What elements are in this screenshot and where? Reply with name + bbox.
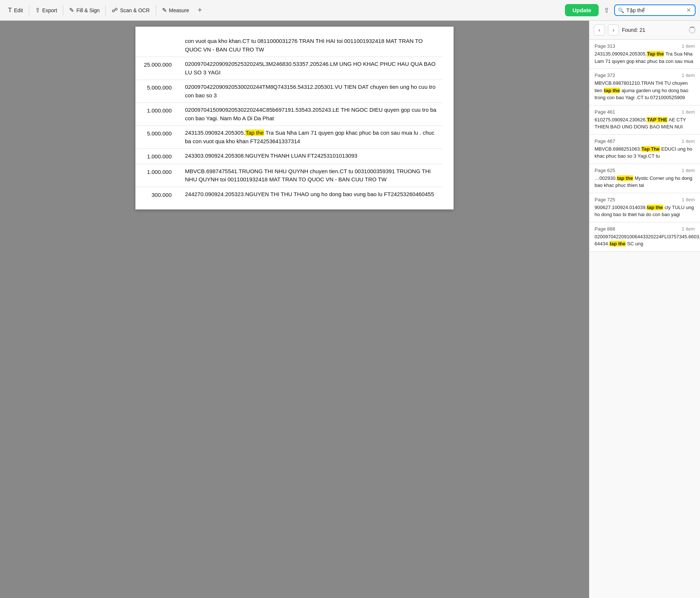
result-header: Page 625 1 item [595,168,695,173]
desc-cell: 0200970422090920525320245L3M246830.53357… [176,57,442,80]
edit-icon: T [8,7,12,14]
prev-result-button[interactable]: ‹ [594,24,605,36]
result-header: Page 725 1 item [595,197,695,202]
result-text: 0200970422091006443320224FLI3757345.6603… [595,233,695,248]
result-count: 1 item [682,226,695,232]
measure-label: Measure [169,7,189,13]
pdf-table: con vuot qua kho khan.CT tu 081100003127… [135,34,442,202]
result-highlight: Tap the [647,51,664,57]
desc-cell: 243135.090924.205305.Tap the Tra Sua Nha… [176,126,442,149]
result-page: Page 625 [595,168,615,173]
search-highlight: Tap the [245,130,264,136]
result-item[interactable]: Page 888 1 item 020097042209100644332022… [589,222,700,252]
result-text-before: 243135.090924.205305. [595,51,647,57]
result-highlight: tap the [617,175,633,181]
search-icon: 🔍 [618,7,624,13]
desc-cell: 243303.090924.205308.NGUYEN THANH LUAN F… [176,149,442,164]
result-highlight: TAP THE [647,117,667,122]
table-row: 5.000.000 0200970422090920530020244TM8Q7… [135,80,442,103]
share-button[interactable]: ⇧ [600,4,613,17]
next-result-button[interactable]: › [608,24,619,36]
result-page: Page 888 [595,226,615,232]
result-page: Page 372 [595,73,615,78]
result-item[interactable]: Page 461 1 item 610275.090924.230626.TAP… [589,105,700,135]
result-count: 1 item [682,138,695,144]
result-text: 900627.100924.014039.tap the cty TULU un… [595,204,695,218]
search-clear-button[interactable]: ✕ [686,7,692,14]
result-header: Page 888 1 item [595,226,695,232]
result-header: Page 461 1 item [595,109,695,115]
desc-cell: 244270.090924.205323.NGUYEN THI THU THAO… [176,187,442,202]
result-item[interactable]: Page 625 1 item …002930.tap the Mystic C… [589,164,700,193]
panel-nav: ‹ › Found: 21 [589,21,700,40]
measure-icon: ✎ [162,7,167,14]
scan-ocr-label: Scan & OCR [120,7,149,13]
result-page: Page 467 [595,138,615,144]
edit-label: Edit [14,7,23,13]
desc-cell: MBVCB.6987475541.TRUONG THI NHU QUYNH ch… [176,164,442,187]
update-button[interactable]: Update [565,4,599,16]
result-text-before: …002930. [595,175,617,181]
pdf-area[interactable]: con vuot qua kho khan.CT tu 081100003127… [0,21,589,598]
amount-cell: 25.000.000 [135,57,176,80]
result-count: 1 item [682,43,695,49]
toolbar-divider-1 [29,5,29,16]
search-input[interactable] [626,7,683,13]
export-label: Export [42,7,57,13]
export-button[interactable]: ⇧ Export [31,4,61,16]
search-box: 🔍 ✕ [614,4,696,16]
toolbar-divider-4 [156,5,156,16]
result-text: MBVCB.6988251063.Tap The EDUCI ung ho kh… [595,145,695,160]
amount-cell: 1.000.000 [135,103,176,126]
amount-cell: 300.000 [135,187,176,202]
table-row: 300.000 244270.090924.205323.NGUYEN THI … [135,187,442,202]
result-page: Page 313 [595,43,615,49]
result-item[interactable]: Page 725 1 item 900627.100924.014039.tap… [589,193,700,222]
result-text-before: MBVCB.6988251063. [595,146,641,152]
table-row: 5.000.000 243135.090924.205305.Tap the T… [135,126,442,149]
scan-ocr-button[interactable]: ☍ Scan & OCR [108,4,153,16]
result-item[interactable]: Page 467 1 item MBVCB.6988251063.Tap The… [589,135,700,164]
scan-ocr-icon: ☍ [112,7,118,14]
result-item[interactable]: Page 313 1 item 243135.090924.205305.Tap… [589,40,700,69]
loading-spinner [689,27,696,33]
amount-cell: 5.000.000 [135,80,176,103]
measure-button[interactable]: ✎ Measure [158,4,193,16]
amount-cell [135,34,176,57]
main-layout: con vuot qua kho khan.CT tu 081100003127… [0,21,700,598]
result-text: 610275.090924.230626.TAP THE AE CTY THIE… [595,116,695,131]
fill-sign-button[interactable]: ✎ Fill & Sign [65,4,103,16]
result-text-after: SC ung [626,241,643,246]
desc-cell: 0200970422090920530020244TM8Q743156.5431… [176,80,442,103]
result-header: Page 372 1 item [595,73,695,78]
add-tool-button[interactable]: + [194,5,205,16]
result-text-before: 610275.090924.230626. [595,117,647,122]
result-count: 1 item [682,73,695,78]
fill-sign-label: Fill & Sign [76,7,100,13]
fill-sign-icon: ✎ [69,7,74,14]
edit-button[interactable]: T Edit [4,5,27,16]
result-highlight: tap the [604,88,620,93]
result-highlight: tap the [647,205,663,210]
pdf-page: con vuot qua kho khan.CT tu 081100003127… [135,27,454,209]
result-text: MBVCB.6987801210.TRAN THI TU chuyen tien… [595,80,695,101]
result-highlight: tap the [609,241,626,246]
result-text-before: 900627.100924.014039. [595,205,647,210]
found-count: Found: 21 [622,27,686,33]
table-row: con vuot qua kho khan.CT tu 081100003127… [135,34,442,57]
result-highlight: Tap The [641,146,660,152]
table-row: 25.000.000 0200970422090920525320245L3M2… [135,57,442,80]
right-panel: ‹ › Found: 21 Page 313 1 item 243135.090… [589,21,700,598]
toolbar-divider-3 [105,5,106,16]
desc-cell: con vuot qua kho khan.CT tu 081100003127… [176,34,442,57]
table-row: 1.000.000 0200970415090920530220244C85b6… [135,103,442,126]
amount-cell: 1.000.000 [135,149,176,164]
table-row: 1.000.000 243303.090924.205308.NGUYEN TH… [135,149,442,164]
result-count: 1 item [682,197,695,202]
toolbar-divider-2 [63,5,63,16]
result-count: 1 item [682,168,695,173]
toolbar: T Edit ⇧ Export ✎ Fill & Sign ☍ Scan & O… [0,0,700,21]
result-header: Page 467 1 item [595,138,695,144]
result-item[interactable]: Page 372 1 item MBVCB.6987801210.TRAN TH… [589,69,700,105]
results-list[interactable]: Page 313 1 item 243135.090924.205305.Tap… [589,40,700,598]
